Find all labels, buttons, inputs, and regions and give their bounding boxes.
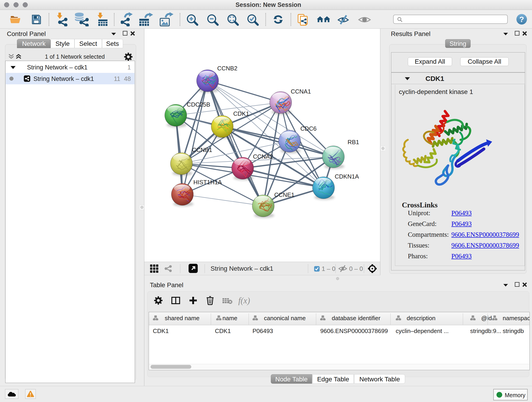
- svg-text:CCNE1: CCNE1: [274, 191, 294, 198]
- svg-text:CDC6: CDC6: [300, 125, 317, 132]
- svg-text:CCNB2: CCNB2: [217, 65, 237, 72]
- svg-text:CDC25B: CDC25B: [187, 101, 210, 108]
- svg-text:CDK1: CDK1: [233, 110, 249, 117]
- svg-text:RB1: RB1: [348, 139, 359, 146]
- svg-text:CCNA2: CCNA2: [253, 153, 273, 160]
- svg-text:CDKN1A: CDKN1A: [335, 173, 359, 180]
- svg-text:HIST1H1A: HIST1H1A: [193, 179, 222, 186]
- svg-text:CCNB1: CCNB1: [192, 147, 212, 153]
- svg-text:CCNA1: CCNA1: [291, 88, 311, 95]
